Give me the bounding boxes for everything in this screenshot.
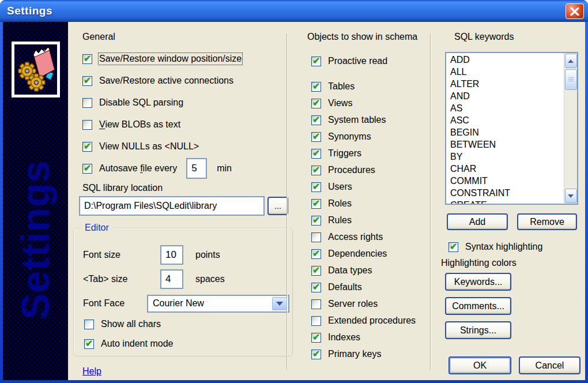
font-face-value: Courier New: [148, 298, 204, 309]
keyword-item[interactable]: ADD: [446, 54, 563, 66]
tab-size-input[interactable]: [160, 269, 183, 289]
autosave-interval-input[interactable]: [186, 158, 207, 179]
font-face-combobox[interactable]: Courier New: [147, 295, 289, 313]
checkbox-system-tables[interactable]: System tables: [311, 114, 429, 126]
scroll-up-icon: [568, 59, 574, 63]
keyword-item[interactable]: CONSTRAINT: [446, 187, 563, 199]
scrollbar-down-button[interactable]: [565, 189, 577, 203]
checkbox-box[interactable]: [82, 120, 92, 130]
keyword-item[interactable]: ALTER: [446, 78, 563, 90]
checkbox-box[interactable]: [311, 316, 321, 326]
checkbox-triggers[interactable]: Triggers: [311, 148, 429, 159]
checkbox-proactive-read[interactable]: Proactive read: [311, 55, 429, 67]
checkbox-indexes[interactable]: Indexes: [311, 332, 429, 343]
checkbox-save-restore-active-connections[interactable]: Save/Restore active connections: [82, 74, 289, 87]
checkbox-synonyms[interactable]: Synonyms: [311, 131, 429, 142]
checkbox-label: Triggers: [328, 148, 361, 159]
checkbox-box[interactable]: [311, 166, 321, 175]
keyword-item[interactable]: BEGIN: [446, 126, 563, 138]
column-divider: [430, 33, 431, 370]
keyword-item[interactable]: BY: [446, 151, 563, 163]
checkbox-box[interactable]: [84, 320, 94, 329]
keywords-color-button[interactable]: Keywords...: [445, 273, 511, 291]
browse-button[interactable]: ...: [267, 197, 288, 215]
strings-color-button[interactable]: Strings...: [445, 321, 511, 339]
keyword-item[interactable]: AS: [446, 102, 563, 114]
checkbox-view-blobs-as-text[interactable]: View BLOBs as text: [82, 118, 289, 131]
checkbox-box[interactable]: [311, 149, 321, 159]
ok-button[interactable]: OK: [448, 356, 511, 374]
checkbox-label: Tables: [328, 81, 355, 92]
checkbox-save-restore-window-position-size[interactable]: Save/Restore window position/size: [82, 52, 289, 65]
add-keyword-button[interactable]: Add: [447, 213, 508, 230]
checkbox-box[interactable]: [82, 98, 92, 108]
checkbox-extended-procedures[interactable]: Extended procedures: [311, 315, 429, 326]
checkbox-dependencies[interactable]: Dependencies: [311, 248, 429, 260]
checkbox-box[interactable]: [311, 132, 321, 142]
font-size-input[interactable]: [160, 245, 183, 265]
checkbox-box[interactable]: [311, 57, 321, 66]
checkbox-box[interactable]: [311, 350, 321, 359]
keyword-item[interactable]: ALL: [446, 66, 563, 78]
checkbox-box[interactable]: [311, 216, 321, 226]
checkbox-access-rights[interactable]: Access rights: [311, 231, 429, 243]
checkbox-box[interactable]: [311, 82, 321, 92]
keyword-item[interactable]: ASC: [446, 114, 563, 126]
checkbox-box[interactable]: [311, 199, 321, 209]
checkbox-views[interactable]: Views: [311, 97, 429, 109]
checkbox-box[interactable]: [84, 339, 94, 349]
checkbox-box[interactable]: [82, 164, 92, 174]
checkbox-label: Access rights: [328, 232, 383, 242]
checkbox-box[interactable]: [311, 266, 321, 276]
checkbox-box[interactable]: [311, 232, 321, 242]
general-column: General Save/Restore window position/siz…: [75, 32, 289, 377]
checkbox-procedures[interactable]: Procedures: [311, 164, 429, 176]
keyword-item[interactable]: BETWEEN: [446, 138, 563, 151]
keyword-item[interactable]: COMMIT: [446, 175, 563, 187]
dialog-footer: OK Cancel: [438, 356, 585, 374]
checkbox-box[interactable]: [311, 182, 321, 192]
checkbox-box[interactable]: [311, 99, 321, 108]
checkbox-server-roles[interactable]: Server roles: [311, 298, 429, 310]
checkbox-box[interactable]: [82, 76, 92, 86]
keyword-item[interactable]: CREATE: [446, 199, 563, 204]
general-checkbox-list: Save/Restore window position/sizeSave/Re…: [75, 52, 289, 179]
scrollbar-up-button[interactable]: [565, 54, 577, 68]
checkbox-autosave-file-every[interactable]: Autosave file everymin: [82, 158, 289, 179]
checkbox-box[interactable]: [82, 54, 92, 64]
sql-keywords-listbox[interactable]: ADDALLALTERANDASASCBEGINBETWEENBYCHARCOM…: [445, 52, 578, 205]
checkbox-rules[interactable]: Rules: [311, 215, 429, 226]
checkbox-syntax-highlighting[interactable]: Syntax highlighting: [448, 241, 585, 253]
help-link[interactable]: Help: [82, 366, 101, 377]
keyword-item[interactable]: CHAR: [446, 163, 563, 175]
checkbox-box[interactable]: [311, 249, 321, 259]
checkbox-primary-keys[interactable]: Primary keys: [311, 348, 429, 360]
remove-keyword-button[interactable]: Remove: [517, 213, 577, 230]
close-button[interactable]: [566, 3, 584, 19]
comments-color-button[interactable]: Comments...: [445, 297, 511, 315]
checkbox-label: Show all chars: [101, 319, 161, 329]
library-location-input[interactable]: [79, 196, 265, 216]
keyword-item[interactable]: AND: [446, 90, 563, 102]
dialog-body: Settings General Save/Restore window pos…: [3, 22, 585, 380]
checkbox-box[interactable]: [311, 283, 321, 292]
checkbox-defaults[interactable]: Defaults: [311, 281, 429, 293]
checkbox-show-all-chars[interactable]: Show all chars: [84, 318, 292, 331]
checkbox-box[interactable]: [82, 142, 92, 152]
checkbox-data-types[interactable]: Data types: [311, 265, 429, 276]
checkbox-box[interactable]: [448, 242, 458, 252]
checkbox-roles[interactable]: Roles: [311, 198, 429, 209]
checkbox-tables[interactable]: Tables: [311, 81, 429, 92]
cancel-button[interactable]: Cancel: [519, 356, 581, 374]
checkbox-users[interactable]: Users: [311, 181, 429, 193]
checkbox-view-nulls-as-null[interactable]: View NULLs as <NULL>: [82, 140, 289, 153]
combobox-dropdown-button[interactable]: [272, 297, 287, 310]
editor-group: Editor Font size points <Tab> size space…: [73, 228, 293, 356]
scrollbar-thumb[interactable]: [565, 69, 577, 90]
listbox-scrollbar[interactable]: [564, 53, 577, 204]
checkbox-box[interactable]: [311, 299, 321, 309]
checkbox-box[interactable]: [311, 115, 321, 125]
checkbox-box[interactable]: [311, 333, 321, 343]
checkbox-auto-indent-mode[interactable]: Auto indent mode: [84, 337, 292, 350]
checkbox-disable-sql-parsing[interactable]: Disable SQL parsing: [82, 96, 289, 109]
